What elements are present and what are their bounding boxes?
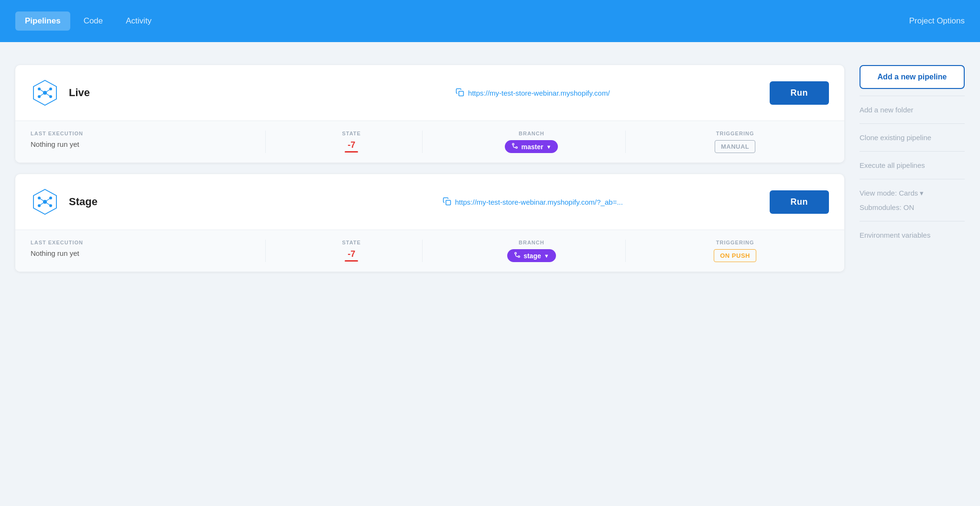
state-value-live: -7 <box>345 140 358 153</box>
triggering-badge-live: MANUAL <box>715 140 755 153</box>
branch-badge-live[interactable]: master ▼ <box>505 140 558 153</box>
sidebar-action-env-vars[interactable]: Environment variables <box>860 228 965 242</box>
copy-icon-stage <box>443 197 451 207</box>
pipeline-url-text-stage: https://my-test-store-webinar.myshopify.… <box>455 198 623 206</box>
svg-line-22 <box>45 202 51 206</box>
svg-line-6 <box>39 89 45 93</box>
last-execution-value-stage: Nothing run yet <box>31 249 265 257</box>
svg-line-8 <box>39 93 45 97</box>
sidebar-action-submodules[interactable]: Submodules: ON <box>860 200 965 214</box>
triggering-label-live: TRIGGERING <box>716 131 754 136</box>
pipeline-card-stage: Stage https://my-test-store-webinar.mysh… <box>15 174 844 272</box>
tab-activity[interactable]: Activity <box>116 11 161 31</box>
branch-section-stage: BRANCH stage ▼ <box>422 240 626 262</box>
state-section-live: STATE -7 <box>265 131 422 153</box>
sidebar-action-execute-all[interactable]: Execute all pipelines <box>860 158 965 172</box>
svg-point-11 <box>512 143 514 145</box>
branch-badge-stage[interactable]: stage ▼ <box>507 249 555 262</box>
branch-value-live: master <box>521 143 543 151</box>
branch-chevron-live: ▼ <box>546 144 551 150</box>
svg-rect-10 <box>459 91 464 96</box>
state-underline-stage <box>345 260 358 262</box>
card-bottom-stage: LAST EXECUTION Nothing run yet STATE -7 … <box>15 230 844 272</box>
branch-chevron-stage: ▼ <box>544 253 549 259</box>
svg-line-19 <box>39 198 45 202</box>
last-execution-label-stage: LAST EXECUTION <box>31 240 265 245</box>
triggering-section-stage: TRIGGERING ON PUSH <box>625 240 829 262</box>
last-execution-value-live: Nothing run yet <box>31 140 265 148</box>
state-label-stage: STATE <box>342 240 361 245</box>
sidebar-divider-4 <box>860 179 965 179</box>
svg-point-12 <box>516 147 518 149</box>
triggering-label-stage: TRIGGERING <box>716 240 754 245</box>
sidebar-divider-1 <box>860 96 965 96</box>
pipeline-icon-live <box>31 78 59 107</box>
state-label-live: STATE <box>342 131 361 136</box>
card-bottom-live: LAST EXECUTION Nothing run yet STATE -7 … <box>15 121 844 163</box>
tab-code[interactable]: Code <box>74 11 113 31</box>
branch-section-live: BRANCH master ▼ <box>422 131 626 153</box>
copy-icon-live <box>456 88 464 98</box>
run-button-stage[interactable]: Run <box>770 190 829 214</box>
triggering-badge-stage: ON PUSH <box>714 249 756 262</box>
pipeline-name-live: Live <box>69 87 296 99</box>
branch-label-live: BRANCH <box>519 131 544 136</box>
sidebar-divider-3 <box>860 151 965 152</box>
pipeline-name-stage: Stage <box>69 196 296 208</box>
sidebar: Add a new pipeline Add a new folder Clon… <box>860 65 965 242</box>
sidebar-action-clone[interactable]: Clone existing pipeline <box>860 131 965 144</box>
state-value-stage: -7 <box>345 249 358 262</box>
triggering-section-live: TRIGGERING MANUAL <box>625 131 829 153</box>
pipeline-icon-stage <box>31 187 59 216</box>
pipeline-url-text-live: https://my-test-store-webinar.myshopify.… <box>468 89 610 97</box>
card-top-live: Live https://my-test-store-webinar.mysho… <box>15 65 844 121</box>
sidebar-action-add-folder[interactable]: Add a new folder <box>860 103 965 117</box>
main-content: Live https://my-test-store-webinar.mysho… <box>0 42 980 287</box>
state-section-stage: STATE -7 <box>265 240 422 262</box>
state-underline-live <box>345 151 358 153</box>
last-execution-label-live: LAST EXECUTION <box>31 131 265 136</box>
pipeline-url-stage[interactable]: https://my-test-store-webinar.myshopify.… <box>305 197 760 207</box>
pipelines-list: Live https://my-test-store-webinar.mysho… <box>15 65 844 272</box>
pipeline-card-live: Live https://my-test-store-webinar.mysho… <box>15 65 844 163</box>
pipeline-url-live[interactable]: https://my-test-store-webinar.myshopify.… <box>305 88 760 98</box>
header: Pipelines Code Activity Project Options <box>0 0 980 42</box>
tab-pipelines[interactable]: Pipelines <box>15 11 70 31</box>
branch-icon-stage <box>514 252 521 260</box>
card-top-stage: Stage https://my-test-store-webinar.mysh… <box>15 174 844 230</box>
svg-line-20 <box>45 198 51 202</box>
svg-point-25 <box>518 256 520 258</box>
last-execution-section-live: LAST EXECUTION Nothing run yet <box>31 131 265 153</box>
main-nav: Pipelines Code Activity <box>15 11 161 31</box>
project-options[interactable]: Project Options <box>909 16 965 26</box>
branch-icon-live <box>512 143 518 151</box>
last-execution-section-stage: LAST EXECUTION Nothing run yet <box>31 240 265 262</box>
svg-line-21 <box>39 202 45 206</box>
branch-label-stage: BRANCH <box>519 240 544 245</box>
add-pipeline-button[interactable]: Add a new pipeline <box>860 65 965 89</box>
branch-value-stage: stage <box>523 252 541 260</box>
run-button-live[interactable]: Run <box>770 81 829 105</box>
svg-line-9 <box>45 93 51 97</box>
svg-rect-23 <box>446 200 451 205</box>
svg-point-24 <box>515 253 517 254</box>
sidebar-divider-5 <box>860 221 965 221</box>
svg-line-7 <box>45 89 51 93</box>
sidebar-action-view-mode[interactable]: View mode: Cards ▾ <box>860 186 965 200</box>
sidebar-divider-2 <box>860 123 965 124</box>
